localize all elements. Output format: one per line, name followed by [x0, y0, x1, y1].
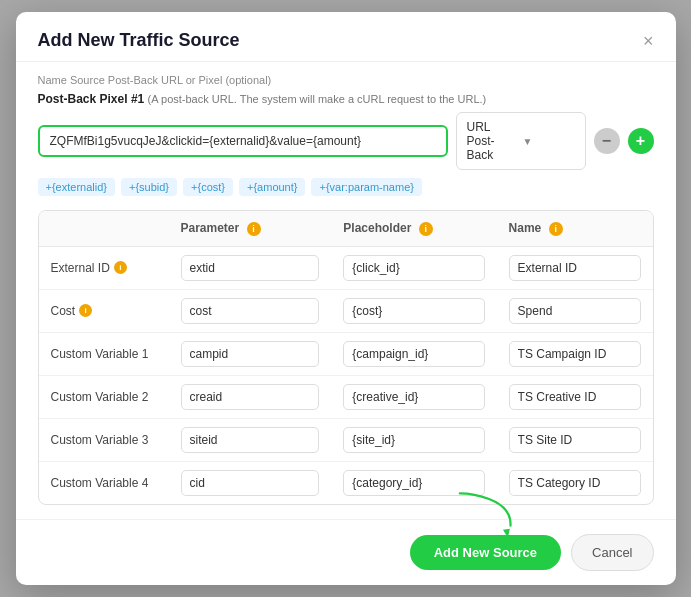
parameter-input-1[interactable] [181, 298, 320, 324]
placeholder-input-0[interactable] [343, 255, 484, 281]
row-label-0: External IDi [39, 246, 169, 289]
col-name: Name i [497, 211, 653, 246]
row-name-cell-1 [497, 289, 653, 332]
params-table-wrapper: Parameter i Placeholder i Name i [38, 210, 654, 505]
table-row: Custom Variable 2 [39, 375, 653, 418]
parameter-input-3[interactable] [181, 384, 320, 410]
row-placeholder-cell-4 [331, 418, 496, 461]
modal-overlay: Add New Traffic Source × Name Source Pos… [0, 0, 691, 597]
remove-postback-button[interactable]: − [594, 128, 620, 154]
params-table: Parameter i Placeholder i Name i [39, 211, 653, 504]
table-row: Custom Variable 1 [39, 332, 653, 375]
add-source-button[interactable]: Add New Source [410, 535, 561, 570]
row-label-3: Custom Variable 2 [39, 375, 169, 418]
parameter-input-2[interactable] [181, 341, 320, 367]
pixel-name: Post-Back Pixel #1 [38, 92, 145, 106]
postback-pixel-label: Post-Back Pixel #1 (A post-back URL. The… [38, 92, 654, 106]
row-label-5: Custom Variable 4 [39, 461, 169, 504]
table-header-row: Parameter i Placeholder i Name i [39, 211, 653, 246]
table-row: Costi [39, 289, 653, 332]
row-info-icon-0[interactable]: i [114, 261, 127, 274]
row-name-cell-3 [497, 375, 653, 418]
token-cost[interactable]: +{cost} [183, 178, 233, 196]
modal-header: Add New Traffic Source × [16, 12, 676, 62]
table-body: External IDiCostiCustom Variable 1Custom… [39, 246, 653, 504]
token-amount[interactable]: +{amount} [239, 178, 305, 196]
name-input-1[interactable] [509, 298, 641, 324]
row-name-cell-4 [497, 418, 653, 461]
row-name-cell-2 [497, 332, 653, 375]
col-placeholder: Placeholder i [331, 211, 496, 246]
name-input-3[interactable] [509, 384, 641, 410]
chevron-down-icon: ▼ [523, 136, 575, 147]
token-externalid[interactable]: +{externalid} [38, 178, 115, 196]
svg-marker-0 [502, 529, 510, 538]
row-info-icon-1[interactable]: i [79, 304, 92, 317]
section-label: Name Source Post-Back URL or Pixel (opti… [38, 74, 654, 86]
row-label-text-4: Custom Variable 3 [51, 433, 157, 447]
col-parameter: Parameter i [169, 211, 332, 246]
arrow-svg [451, 488, 521, 538]
table-row: External IDi [39, 246, 653, 289]
row-placeholder-cell-1 [331, 289, 496, 332]
row-parameter-cell-0 [169, 246, 332, 289]
row-parameter-cell-3 [169, 375, 332, 418]
row-placeholder-cell-0 [331, 246, 496, 289]
row-label-text-1: Costi [51, 304, 157, 318]
parameter-info-icon[interactable]: i [247, 222, 261, 236]
parameter-input-0[interactable] [181, 255, 320, 281]
col-label [39, 211, 169, 246]
modal-footer: Add New Source Cancel [16, 519, 676, 585]
parameter-input-4[interactable] [181, 427, 320, 453]
postback-url-input[interactable] [38, 125, 448, 157]
placeholder-info-icon[interactable]: i [419, 222, 433, 236]
pixel-description: (A post-back URL. The system will make a… [148, 93, 487, 105]
placeholder-input-1[interactable] [343, 298, 484, 324]
modal-title: Add New Traffic Source [38, 30, 240, 51]
name-input-4[interactable] [509, 427, 641, 453]
row-label-2: Custom Variable 1 [39, 332, 169, 375]
name-input-5[interactable] [509, 470, 641, 496]
modal: Add New Traffic Source × Name Source Pos… [16, 12, 676, 585]
modal-body: Name Source Post-Back URL or Pixel (opti… [16, 62, 676, 519]
postback-type-select[interactable]: URL Post-Back ▼ [456, 112, 586, 170]
placeholder-input-3[interactable] [343, 384, 484, 410]
row-label-text-3: Custom Variable 2 [51, 390, 157, 404]
token-subid[interactable]: +{subid} [121, 178, 177, 196]
table-row: Custom Variable 4 [39, 461, 653, 504]
placeholder-input-2[interactable] [343, 341, 484, 367]
name-info-icon[interactable]: i [549, 222, 563, 236]
token-var-param[interactable]: +{var:param-name} [311, 178, 421, 196]
row-label-1: Costi [39, 289, 169, 332]
name-input-0[interactable] [509, 255, 641, 281]
postback-type-label: URL Post-Back [467, 120, 519, 162]
row-label-text-5: Custom Variable 4 [51, 476, 157, 490]
row-parameter-cell-2 [169, 332, 332, 375]
row-parameter-cell-1 [169, 289, 332, 332]
arrow-container [451, 488, 521, 538]
postback-url-row: URL Post-Back ▼ − + [38, 112, 654, 170]
add-postback-button[interactable]: + [628, 128, 654, 154]
row-label-4: Custom Variable 3 [39, 418, 169, 461]
row-name-cell-0 [497, 246, 653, 289]
close-button[interactable]: × [643, 32, 654, 50]
token-row: +{externalid} +{subid} +{cost} +{amount}… [38, 178, 654, 196]
table-row: Custom Variable 3 [39, 418, 653, 461]
row-label-text-0: External IDi [51, 261, 157, 275]
parameter-input-5[interactable] [181, 470, 320, 496]
name-input-2[interactable] [509, 341, 641, 367]
row-placeholder-cell-3 [331, 375, 496, 418]
row-label-text-2: Custom Variable 1 [51, 347, 157, 361]
row-parameter-cell-5 [169, 461, 332, 504]
row-placeholder-cell-2 [331, 332, 496, 375]
row-parameter-cell-4 [169, 418, 332, 461]
cancel-button[interactable]: Cancel [571, 534, 653, 571]
placeholder-input-4[interactable] [343, 427, 484, 453]
